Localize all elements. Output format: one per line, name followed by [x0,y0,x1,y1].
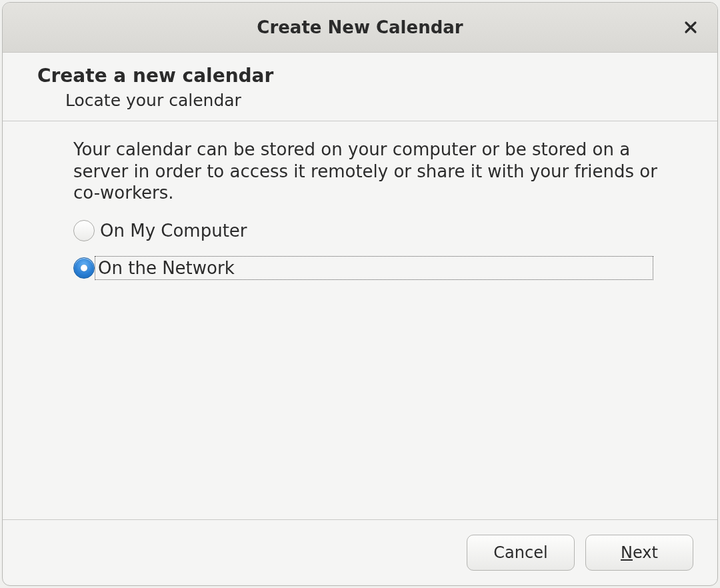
radio-on-my-computer[interactable]: On My Computer [73,220,677,241]
wizard-heading: Create a new calendar [37,65,717,87]
radio-label: On My Computer [100,221,247,241]
radio-label: On the Network [98,258,235,278]
radio-on-the-network[interactable]: On the Network [73,256,677,280]
dialog-title: Create New Calendar [3,17,717,37]
description-text: Your calendar can be stored on your comp… [73,139,660,204]
titlebar: Create New Calendar [3,3,717,53]
radio-icon [73,257,95,279]
button-label: Next [621,543,658,562]
cancel-button[interactable]: Cancel [467,535,575,571]
next-button[interactable]: Next [585,535,693,571]
close-icon [684,21,697,34]
button-label: Cancel [493,543,547,562]
radio-icon [73,220,95,241]
dialog-footer: Cancel Next [3,519,717,585]
create-calendar-dialog: Create New Calendar Create a new calenda… [2,2,718,586]
wizard-content: Your calendar can be stored on your comp… [3,121,717,519]
close-button[interactable] [679,15,703,39]
focus-ring: On the Network [95,256,653,280]
wizard-header: Create a new calendar Locate your calend… [3,53,717,121]
wizard-subheading: Locate your calendar [65,91,717,110]
